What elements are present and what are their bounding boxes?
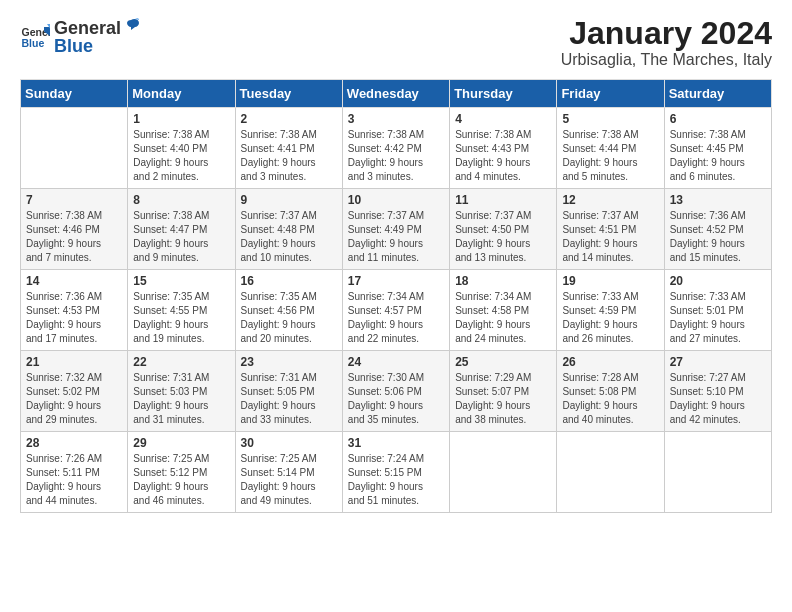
day-number: 22 <box>133 355 229 369</box>
day-number: 30 <box>241 436 337 450</box>
calendar-cell: 21Sunrise: 7:32 AMSunset: 5:02 PMDayligh… <box>21 351 128 432</box>
day-info: Sunrise: 7:30 AMSunset: 5:06 PMDaylight:… <box>348 371 444 427</box>
week-row-1: 1Sunrise: 7:38 AMSunset: 4:40 PMDaylight… <box>21 108 772 189</box>
day-number: 28 <box>26 436 122 450</box>
calendar-cell: 9Sunrise: 7:37 AMSunset: 4:48 PMDaylight… <box>235 189 342 270</box>
day-info: Sunrise: 7:37 AMSunset: 4:50 PMDaylight:… <box>455 209 551 265</box>
day-number: 20 <box>670 274 766 288</box>
calendar-cell: 5Sunrise: 7:38 AMSunset: 4:44 PMDaylight… <box>557 108 664 189</box>
day-info: Sunrise: 7:26 AMSunset: 5:11 PMDaylight:… <box>26 452 122 508</box>
day-number: 11 <box>455 193 551 207</box>
page-header: General Blue General Blue January 2024 U… <box>20 16 772 69</box>
header-friday: Friday <box>557 80 664 108</box>
day-number: 2 <box>241 112 337 126</box>
day-number: 24 <box>348 355 444 369</box>
calendar-cell: 1Sunrise: 7:38 AMSunset: 4:40 PMDaylight… <box>128 108 235 189</box>
day-number: 1 <box>133 112 229 126</box>
logo-general: General <box>54 19 121 37</box>
calendar-cell: 11Sunrise: 7:37 AMSunset: 4:50 PMDayligh… <box>450 189 557 270</box>
calendar-cell: 12Sunrise: 7:37 AMSunset: 4:51 PMDayligh… <box>557 189 664 270</box>
calendar-cell <box>450 432 557 513</box>
calendar-cell: 22Sunrise: 7:31 AMSunset: 5:03 PMDayligh… <box>128 351 235 432</box>
day-info: Sunrise: 7:36 AMSunset: 4:53 PMDaylight:… <box>26 290 122 346</box>
day-number: 9 <box>241 193 337 207</box>
day-number: 19 <box>562 274 658 288</box>
calendar-cell: 29Sunrise: 7:25 AMSunset: 5:12 PMDayligh… <box>128 432 235 513</box>
week-row-5: 28Sunrise: 7:26 AMSunset: 5:11 PMDayligh… <box>21 432 772 513</box>
day-info: Sunrise: 7:25 AMSunset: 5:12 PMDaylight:… <box>133 452 229 508</box>
header-sunday: Sunday <box>21 80 128 108</box>
header-tuesday: Tuesday <box>235 80 342 108</box>
calendar-cell: 13Sunrise: 7:36 AMSunset: 4:52 PMDayligh… <box>664 189 771 270</box>
calendar-cell: 26Sunrise: 7:28 AMSunset: 5:08 PMDayligh… <box>557 351 664 432</box>
svg-text:Blue: Blue <box>22 36 45 48</box>
day-info: Sunrise: 7:38 AMSunset: 4:45 PMDaylight:… <box>670 128 766 184</box>
day-info: Sunrise: 7:31 AMSunset: 5:03 PMDaylight:… <box>133 371 229 427</box>
day-number: 4 <box>455 112 551 126</box>
day-number: 25 <box>455 355 551 369</box>
calendar-cell: 15Sunrise: 7:35 AMSunset: 4:55 PMDayligh… <box>128 270 235 351</box>
calendar-cell: 18Sunrise: 7:34 AMSunset: 4:58 PMDayligh… <box>450 270 557 351</box>
logo-bird-icon <box>122 16 140 34</box>
calendar-cell: 20Sunrise: 7:33 AMSunset: 5:01 PMDayligh… <box>664 270 771 351</box>
day-number: 17 <box>348 274 444 288</box>
logo: General Blue General Blue <box>20 16 141 55</box>
day-info: Sunrise: 7:35 AMSunset: 4:56 PMDaylight:… <box>241 290 337 346</box>
day-info: Sunrise: 7:38 AMSunset: 4:42 PMDaylight:… <box>348 128 444 184</box>
day-info: Sunrise: 7:34 AMSunset: 4:58 PMDaylight:… <box>455 290 551 346</box>
calendar-header-row: SundayMondayTuesdayWednesdayThursdayFrid… <box>21 80 772 108</box>
day-number: 3 <box>348 112 444 126</box>
day-info: Sunrise: 7:28 AMSunset: 5:08 PMDaylight:… <box>562 371 658 427</box>
calendar-cell: 31Sunrise: 7:24 AMSunset: 5:15 PMDayligh… <box>342 432 449 513</box>
calendar-cell: 25Sunrise: 7:29 AMSunset: 5:07 PMDayligh… <box>450 351 557 432</box>
week-row-3: 14Sunrise: 7:36 AMSunset: 4:53 PMDayligh… <box>21 270 772 351</box>
day-info: Sunrise: 7:37 AMSunset: 4:51 PMDaylight:… <box>562 209 658 265</box>
calendar-cell: 4Sunrise: 7:38 AMSunset: 4:43 PMDaylight… <box>450 108 557 189</box>
day-number: 15 <box>133 274 229 288</box>
day-info: Sunrise: 7:29 AMSunset: 5:07 PMDaylight:… <box>455 371 551 427</box>
day-info: Sunrise: 7:27 AMSunset: 5:10 PMDaylight:… <box>670 371 766 427</box>
calendar-cell: 27Sunrise: 7:27 AMSunset: 5:10 PMDayligh… <box>664 351 771 432</box>
calendar-cell: 16Sunrise: 7:35 AMSunset: 4:56 PMDayligh… <box>235 270 342 351</box>
day-number: 7 <box>26 193 122 207</box>
page-title: January 2024 <box>561 16 772 51</box>
calendar-cell: 7Sunrise: 7:38 AMSunset: 4:46 PMDaylight… <box>21 189 128 270</box>
calendar-cell: 23Sunrise: 7:31 AMSunset: 5:05 PMDayligh… <box>235 351 342 432</box>
day-info: Sunrise: 7:36 AMSunset: 4:52 PMDaylight:… <box>670 209 766 265</box>
day-number: 29 <box>133 436 229 450</box>
day-info: Sunrise: 7:31 AMSunset: 5:05 PMDaylight:… <box>241 371 337 427</box>
day-number: 6 <box>670 112 766 126</box>
day-number: 5 <box>562 112 658 126</box>
day-info: Sunrise: 7:35 AMSunset: 4:55 PMDaylight:… <box>133 290 229 346</box>
title-block: January 2024 Urbisaglia, The Marches, It… <box>561 16 772 69</box>
header-saturday: Saturday <box>664 80 771 108</box>
day-info: Sunrise: 7:38 AMSunset: 4:41 PMDaylight:… <box>241 128 337 184</box>
day-number: 21 <box>26 355 122 369</box>
day-number: 27 <box>670 355 766 369</box>
calendar-cell: 6Sunrise: 7:38 AMSunset: 4:45 PMDaylight… <box>664 108 771 189</box>
calendar-cell: 8Sunrise: 7:38 AMSunset: 4:47 PMDaylight… <box>128 189 235 270</box>
day-number: 26 <box>562 355 658 369</box>
week-row-4: 21Sunrise: 7:32 AMSunset: 5:02 PMDayligh… <box>21 351 772 432</box>
calendar-cell: 30Sunrise: 7:25 AMSunset: 5:14 PMDayligh… <box>235 432 342 513</box>
day-number: 18 <box>455 274 551 288</box>
day-info: Sunrise: 7:38 AMSunset: 4:40 PMDaylight:… <box>133 128 229 184</box>
day-info: Sunrise: 7:38 AMSunset: 4:46 PMDaylight:… <box>26 209 122 265</box>
day-info: Sunrise: 7:25 AMSunset: 5:14 PMDaylight:… <box>241 452 337 508</box>
header-monday: Monday <box>128 80 235 108</box>
day-number: 14 <box>26 274 122 288</box>
calendar-cell: 14Sunrise: 7:36 AMSunset: 4:53 PMDayligh… <box>21 270 128 351</box>
logo-icon: General Blue <box>20 21 50 51</box>
header-wednesday: Wednesday <box>342 80 449 108</box>
page-subtitle: Urbisaglia, The Marches, Italy <box>561 51 772 69</box>
calendar-cell: 28Sunrise: 7:26 AMSunset: 5:11 PMDayligh… <box>21 432 128 513</box>
calendar-cell <box>664 432 771 513</box>
day-number: 8 <box>133 193 229 207</box>
calendar-cell <box>557 432 664 513</box>
logo-blue: Blue <box>54 37 141 55</box>
day-number: 16 <box>241 274 337 288</box>
day-number: 23 <box>241 355 337 369</box>
week-row-2: 7Sunrise: 7:38 AMSunset: 4:46 PMDaylight… <box>21 189 772 270</box>
day-number: 13 <box>670 193 766 207</box>
day-number: 31 <box>348 436 444 450</box>
